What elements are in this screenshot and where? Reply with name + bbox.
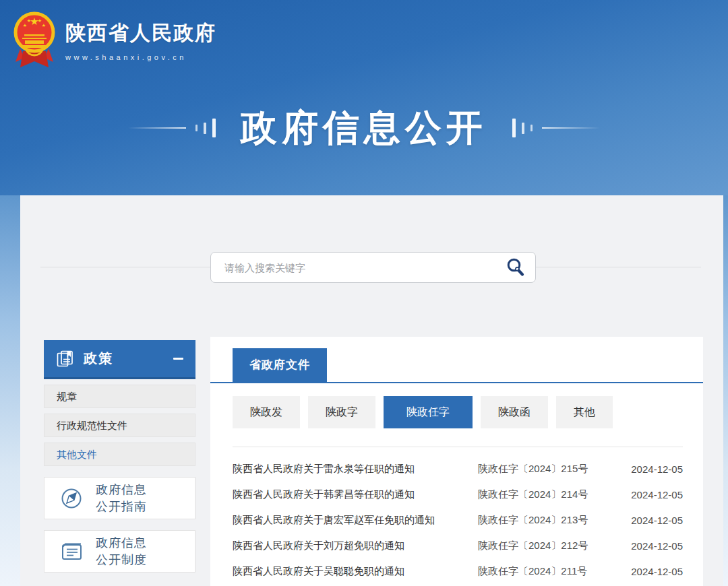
document-date: 2024-12-05 <box>621 540 683 552</box>
svg-text:★: ★ <box>42 23 46 28</box>
main-content: 省政府文件 陕政发 陕政字 陕政任字 陕政函 其他 陕西省人民政府关于雷永泉等任… <box>210 337 703 586</box>
subtab-shanzhenghan[interactable]: 陕政函 <box>481 396 548 428</box>
title-decoration-left <box>128 119 222 137</box>
sidebar: 政策 规章 行政规范性文件 其他文件 政府信息 公开指南 <box>44 340 195 573</box>
subtab-shanzhengzi[interactable]: 陕政字 <box>308 396 375 428</box>
search-rule-left <box>40 267 210 267</box>
minus-icon[interactable] <box>173 358 183 360</box>
document-row[interactable]: 陕西省人民政府关于刘万超免职的通知 陕政任字〔2024〕212号 2024-12… <box>233 533 683 558</box>
sidebar-header-label: 政策 <box>84 350 113 368</box>
svg-text:★: ★ <box>38 18 42 23</box>
document-category-tabs: 陕政发 陕政字 陕政任字 陕政函 其他 <box>233 396 683 428</box>
document-title[interactable]: 陕西省人民政府关于唐宏军赵军任免职的通知 <box>233 514 478 527</box>
search-button[interactable] <box>506 257 535 278</box>
document-date: 2024-12-05 <box>621 463 683 475</box>
document-number: 陕政任字〔2024〕211号 <box>478 565 621 578</box>
document-number: 陕政任字〔2024〕215号 <box>478 463 621 476</box>
document-row[interactable]: 陕西省人民政府关于唐宏军赵军任免职的通知 陕政任字〔2024〕213号 2024… <box>233 507 683 533</box>
china-national-emblem-icon: ★ ★ ★ ★ ★ <box>13 8 55 73</box>
document-title[interactable]: 陕西省人民政府关于刘万超免职的通知 <box>233 540 478 552</box>
search-rule-right <box>536 267 701 267</box>
site-url[interactable]: www.shaanxi.gov.cn <box>65 53 216 61</box>
site-header: ★ ★ ★ ★ ★ 陕西省人民政府 www.shaanxi.gov.cn <box>13 8 216 73</box>
document-list: 陕西省人民政府关于雷永泉等任职的通知 陕政任字〔2024〕215号 2024-1… <box>233 456 683 584</box>
sidebar-link-label: 政府信息 公开指南 <box>96 482 147 515</box>
search-icon <box>506 257 526 278</box>
title-decoration-right <box>506 119 600 137</box>
book-icon <box>56 350 74 368</box>
svg-text:★: ★ <box>27 18 31 23</box>
content-panel: 政策 规章 行政规范性文件 其他文件 政府信息 公开指南 <box>20 195 723 586</box>
document-row[interactable]: 陕西省人民政府关于雷永泉等任职的通知 陕政任字〔2024〕215号 2024-1… <box>233 456 683 482</box>
document-row[interactable]: 陕西省人民政府关于吴聪聪免职的通知 陕政任字〔2024〕211号 2024-12… <box>233 558 683 584</box>
document-date: 2024-12-05 <box>621 515 683 526</box>
search-box <box>210 252 536 283</box>
document-number: 陕政任字〔2024〕212号 <box>478 540 621 552</box>
site-name[interactable]: 陕西省人民政府 <box>65 20 216 47</box>
sidebar-link-disclosure-system[interactable]: 政府信息 公开制度 <box>44 530 195 573</box>
sidebar-item-regulations[interactable]: 规章 <box>44 385 195 408</box>
document-title[interactable]: 陕西省人民政府关于韩霁昌等任职的通知 <box>233 488 478 501</box>
document-date: 2024-12-05 <box>621 489 683 500</box>
subtab-shanzhengrenzi[interactable]: 陕政任字 <box>384 396 473 428</box>
page-title: 政府信息公开 <box>241 104 487 153</box>
document-row[interactable]: 陕西省人民政府关于韩霁昌等任职的通知 陕政任字〔2024〕214号 2024-1… <box>233 482 683 507</box>
svg-text:★: ★ <box>23 23 27 28</box>
subtab-other[interactable]: 其他 <box>556 396 613 428</box>
sidebar-item-other-documents[interactable]: 其他文件 <box>44 443 195 466</box>
sidebar-header-policy[interactable]: 政策 <box>44 340 195 379</box>
section-tab-bar: 省政府文件 <box>210 337 703 383</box>
top-banner: ★ ★ ★ ★ ★ 陕西省人民政府 www.shaanxi.gov.cn 政府信… <box>0 0 728 195</box>
compass-icon <box>59 486 84 511</box>
document-date: 2024-12-05 <box>621 566 683 577</box>
document-number: 陕政任字〔2024〕214号 <box>478 488 621 501</box>
document-title[interactable]: 陕西省人民政府关于吴聪聪免职的通知 <box>233 565 478 578</box>
list-separator <box>233 447 683 447</box>
document-lines-icon <box>59 540 84 563</box>
sidebar-link-label: 政府信息 公开制度 <box>96 535 147 568</box>
subtab-shanzhengfa[interactable]: 陕政发 <box>233 396 300 428</box>
tab-provincial-government-documents[interactable]: 省政府文件 <box>233 348 327 382</box>
document-number: 陕政任字〔2024〕213号 <box>478 514 621 527</box>
search-input[interactable] <box>211 262 506 273</box>
sidebar-item-administrative-normative-documents[interactable]: 行政规范性文件 <box>44 414 195 437</box>
sidebar-link-disclosure-guide[interactable]: 政府信息 公开指南 <box>44 477 195 519</box>
document-title[interactable]: 陕西省人民政府关于雷永泉等任职的通知 <box>233 463 478 476</box>
